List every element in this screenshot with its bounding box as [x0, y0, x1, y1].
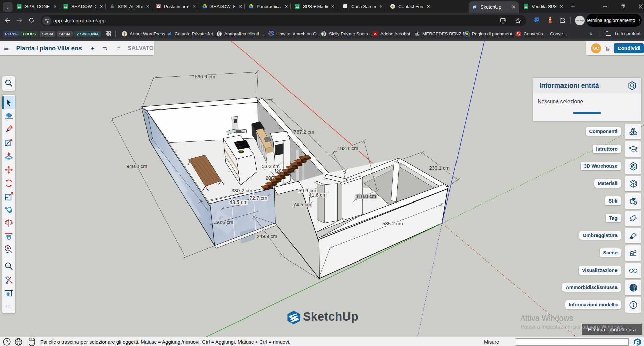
- svg-text:118.0 cm: 118.0 cm: [356, 193, 376, 199]
- svg-text:43.5 cm: 43.5 cm: [229, 199, 247, 205]
- svg-text:767.2 cm: 767.2 cm: [293, 129, 314, 135]
- svg-text:330.2 cm: 330.2 cm: [231, 188, 252, 193]
- svg-text:60.6 cm: 60.6 cm: [215, 219, 233, 225]
- svg-text:249.9 cm: 249.9 cm: [257, 233, 277, 239]
- svg-text:940.0 cm: 940.0 cm: [126, 163, 147, 169]
- svg-text:41.6 cm: 41.6 cm: [309, 192, 326, 198]
- svg-text:3: 3: [7, 276, 9, 278]
- svg-text:74.5 cm: 74.5 cm: [293, 201, 311, 207]
- svg-text:182.1 cm: 182.1 cm: [337, 145, 358, 151]
- svg-text:596.9 cm: 596.9 cm: [195, 74, 215, 79]
- svg-text:239.1 cm: 239.1 cm: [429, 165, 450, 171]
- svg-text:585.2 cm: 585.2 cm: [382, 221, 403, 226]
- svg-text:72.7 cm: 72.7 cm: [249, 195, 267, 201]
- svg-text:53.3 cm: 53.3 cm: [262, 163, 279, 169]
- svg-text:?: ?: [6, 339, 8, 344]
